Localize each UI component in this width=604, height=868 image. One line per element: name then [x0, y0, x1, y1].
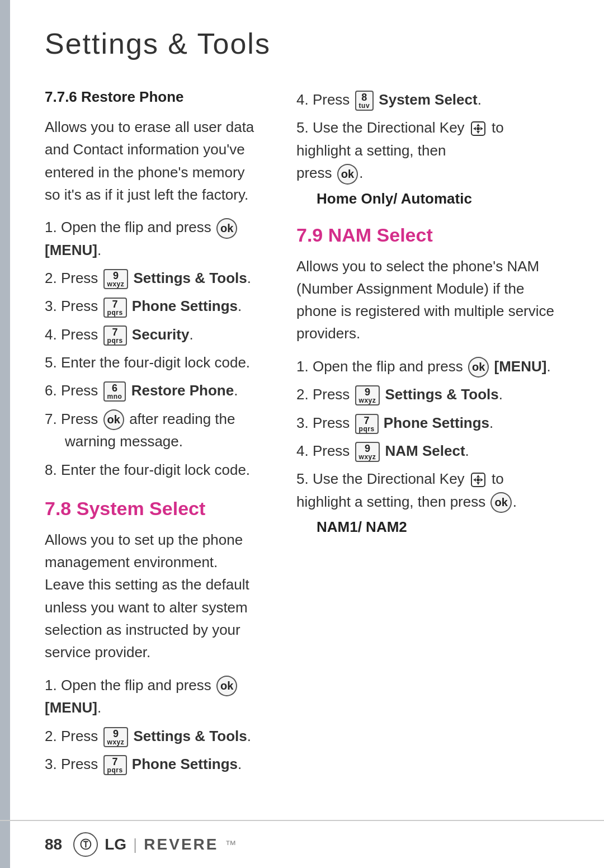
step-78-3: 3. Press 7pqrs Phone Settings. — [45, 753, 257, 775]
footer-brand-text: REVERE — [144, 836, 218, 853]
key-9ways-4: 9wxyz — [355, 442, 380, 462]
svg-marker-9 — [473, 478, 476, 482]
svg-point-5 — [476, 127, 480, 130]
section-79: 7.9 NAM Select Allows you to select the … — [296, 224, 559, 536]
svg-marker-1 — [476, 124, 480, 126]
step-4: 4. Press 7pqrs Security. — [45, 323, 257, 346]
lg-circle-logo: Ⓣ — [73, 832, 98, 857]
ok-key-1: ok — [216, 218, 237, 239]
key-7pars-3: 7pqrs — [103, 755, 127, 775]
left-column: 7.7.6 Restore Phone Allows you to erase … — [0, 88, 280, 781]
footer-lg-text: LG — [105, 836, 126, 853]
page-title: Settings & Tools — [45, 27, 570, 60]
step-78-2: 2. Press 9wxyz Settings & Tools. — [45, 725, 257, 747]
section-78-title: 7.8 System Select — [45, 498, 257, 520]
section-79-steps: 1. Open the flip and press ok [MENU]. 2.… — [296, 355, 559, 513]
step-1: 1. Open the flip and press ok [MENU]. — [45, 216, 257, 261]
step-2: 2. Press 9wxyz Settings & Tools. — [45, 267, 257, 289]
key-9ways-1: 9wxyz — [103, 269, 129, 289]
section-776-description: Allows you to erase all user data and Co… — [45, 116, 257, 206]
section-79-title: 7.9 NAM Select — [296, 224, 559, 246]
section-776: 7.7.6 Restore Phone Allows you to erase … — [45, 88, 257, 481]
directional-key-icon-1 — [470, 121, 486, 136]
key-6mno: 6mno — [103, 381, 126, 402]
left-accent-bar — [0, 0, 10, 868]
section-776-steps: 1. Open the flip and press ok [MENU]. 2.… — [45, 216, 257, 481]
footer-logo: Ⓣ LG | REVERE ™ — [73, 832, 236, 857]
svg-marker-7 — [476, 475, 480, 478]
key-7pars-2: 7pqrs — [103, 326, 127, 346]
section-78: 7.8 System Select Allows you to set up t… — [45, 498, 257, 775]
svg-point-11 — [476, 478, 480, 482]
footer-separator: | — [133, 836, 137, 853]
svg-marker-3 — [473, 127, 476, 130]
ok-key-4: ok — [337, 164, 358, 185]
section-78-description: Allows you to set up the phone managemen… — [45, 529, 257, 664]
svg-marker-8 — [476, 482, 480, 485]
step-5: 5. Enter the four-digit lock code. — [45, 351, 257, 374]
step-3: 3. Press 7pqrs Phone Settings. — [45, 295, 257, 317]
svg-marker-2 — [476, 131, 480, 134]
ok-key-5: ok — [468, 357, 489, 378]
sub-home-only: Home Only/ Automatic — [317, 190, 559, 207]
ok-key-3: ok — [216, 676, 237, 696]
section-78-steps-continued: 4. Press 8tuv System Select. 5. Use the … — [296, 88, 559, 185]
key-7pars-1: 7pqrs — [103, 298, 127, 318]
step-79-5: 5. Use the Directional Key to highlight … — [296, 468, 559, 513]
svg-marker-4 — [480, 127, 483, 130]
key-7pars-4: 7pqrs — [355, 414, 379, 434]
svg-marker-10 — [480, 478, 483, 482]
step-78-4: 4. Press 8tuv System Select. — [296, 88, 559, 111]
step-78-5: 5. Use the Directional Key to highlight … — [296, 116, 559, 184]
step-79-2: 2. Press 9wxyz Settings & Tools. — [296, 383, 559, 405]
footer-trademark: ™ — [225, 838, 236, 851]
ok-key-2: ok — [103, 409, 124, 430]
section-78-steps: 1. Open the flip and press ok [MENU]. 2.… — [45, 674, 257, 776]
step-7: 7. Press ok after reading the warning me… — [45, 408, 257, 453]
directional-key-icon-2 — [470, 472, 486, 488]
right-column: 4. Press 8tuv System Select. 5. Use the … — [280, 88, 593, 781]
ok-key-6: ok — [490, 492, 511, 513]
key-8tuv: 8tuv — [355, 91, 374, 111]
step-79-4: 4. Press 9wxyz NAM Select. — [296, 440, 559, 462]
key-9ways-3: 9wxyz — [355, 385, 380, 405]
step-78-1: 1. Open the flip and press ok [MENU]. — [45, 674, 257, 719]
section-79-description: Allows you to select the phone's NAM (Nu… — [296, 255, 559, 345]
page-number: 88 — [45, 836, 62, 853]
step-79-1: 1. Open the flip and press ok [MENU]. — [296, 355, 559, 378]
page-header: Settings & Tools — [0, 0, 604, 77]
step-6: 6. Press 6mno Restore Phone. — [45, 379, 257, 402]
key-9ways-2: 9wxyz — [103, 727, 129, 747]
content-wrapper: 7.7.6 Restore Phone Allows you to erase … — [0, 77, 604, 781]
footer: 88 Ⓣ LG | REVERE ™ — [0, 820, 604, 868]
step-8: 8. Enter the four-digit lock code. — [45, 459, 257, 481]
sub-nam: NAM1/ NAM2 — [317, 518, 559, 536]
step-79-3: 3. Press 7pqrs Phone Settings. — [296, 412, 559, 434]
section-776-heading: 7.7.6 Restore Phone — [45, 88, 257, 106]
